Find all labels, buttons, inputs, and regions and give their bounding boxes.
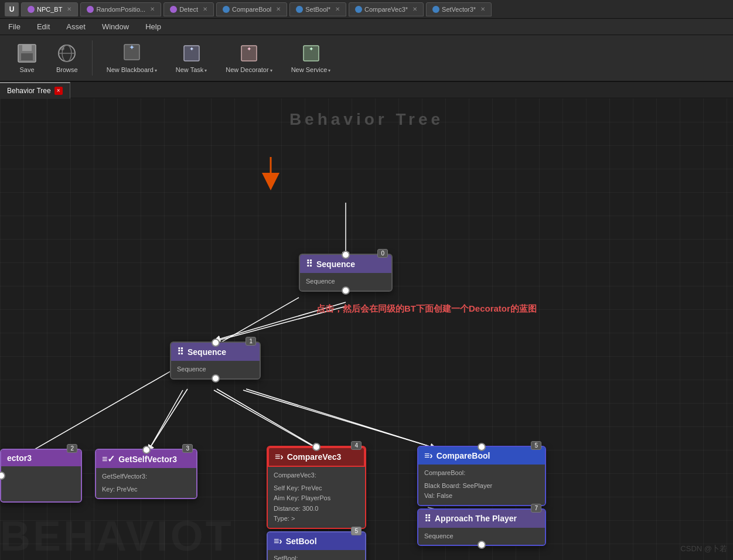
- svg-line-21: [214, 390, 312, 446]
- svg-line-30: [149, 389, 187, 449]
- titlebar-tab-NPC_BT[interactable]: NPC_BT✕: [21, 2, 78, 16]
- dropdown-arrow-icon: ▾: [204, 68, 207, 73]
- save-button-label: Save: [19, 66, 34, 73]
- node-child-sequence[interactable]: 1 ⠿ Sequence Sequence: [170, 342, 261, 380]
- svg-line-20: [149, 390, 183, 449]
- tab-close-icon[interactable]: ✕: [335, 6, 340, 12]
- annotation-text: 点击，然后会在同级的BT下面创建一个Decorator的蓝图: [316, 303, 537, 315]
- task-icon-getselfvec: ≡✓: [102, 453, 115, 465]
- node-approach-port-bottom: [478, 541, 486, 549]
- browse-button[interactable]: Browse: [49, 39, 85, 77]
- save-icon: [16, 43, 37, 64]
- node-approach-title: Approach The Player: [435, 514, 517, 523]
- svg-point-6: [60, 47, 64, 50]
- titlebar-tab-Detect[interactable]: Detect✕: [163, 2, 214, 16]
- node-root-subtitle: Sequence: [306, 278, 335, 285]
- node-root-title: Sequence: [316, 259, 355, 269]
- ue-logo: U: [5, 2, 19, 16]
- node-comparebool-port-top: [478, 443, 486, 451]
- toolbar: SaveBrowse✦New Blackboard▾✦New Task▾✦New…: [0, 35, 733, 82]
- tab-close-icon[interactable]: ✕: [412, 6, 417, 12]
- node-comparebool-group: 5 ≡› CompareBool CompareBool: Black Boar…: [417, 446, 546, 546]
- menu-item-file[interactable]: File: [5, 21, 24, 32]
- node-comparebool-badge: 5: [531, 441, 541, 450]
- panel-tab-close[interactable]: ×: [54, 87, 63, 95]
- panel-tab-behavior-tree[interactable]: Behavior Tree ×: [0, 82, 70, 98]
- node-setbool[interactable]: 5 ≡› SetBool SetBool: Key: SeePlayer Val…: [267, 531, 366, 560]
- bp-icon: [355, 6, 362, 13]
- canvas[interactable]: Behavior Tree 点击，然后会在同级的BT下面创建一个Decorato…: [0, 98, 733, 560]
- titlebar-tab-CompareBool[interactable]: CompareBool✕: [216, 2, 287, 16]
- browse-icon: [56, 43, 77, 64]
- save-button[interactable]: Save: [9, 39, 45, 77]
- svg-line-22: [243, 390, 428, 446]
- titlebar-tab-SetBool_[interactable]: SetBool*✕: [289, 2, 346, 16]
- new-decorator-button[interactable]: ✦New Decorator▾: [219, 39, 279, 77]
- blackboard-icon: ✦: [121, 43, 142, 64]
- node-vector3[interactable]: 2 ector3: [0, 449, 82, 503]
- svg-rect-2: [22, 45, 32, 51]
- svg-text:✦: ✦: [247, 46, 251, 52]
- decorator-icon-comparebool: ≡›: [424, 450, 433, 461]
- new-blackboard-button-label: New Blackboard: [107, 66, 154, 73]
- new-task-button-label: New Task: [176, 66, 203, 73]
- menu-item-edit[interactable]: Edit: [33, 21, 53, 32]
- tab-close-icon[interactable]: ✕: [203, 6, 207, 12]
- node-approach-player[interactable]: 7 ⠿ Approach The Player Sequence: [417, 508, 546, 547]
- new-service-button[interactable]: ✦New Service▾: [284, 39, 338, 77]
- node-child-title: Sequence: [187, 347, 226, 357]
- tab-close-icon[interactable]: ✕: [150, 6, 155, 12]
- bt-icon: [87, 6, 94, 13]
- service-icon-setbool: ≡›: [274, 536, 282, 547]
- dropdown-arrow-icon: ▾: [328, 68, 330, 73]
- node-vector3-title: ector3: [7, 453, 32, 463]
- titlebar-tab-SetVector3_[interactable]: SetVector3*✕: [426, 2, 492, 16]
- node-getselfvec3-title: GetSelfVector3: [118, 455, 177, 464]
- svg-line-18: [214, 306, 346, 342]
- node-approach-badge: 7: [531, 504, 541, 513]
- tab-close-icon[interactable]: ✕: [480, 6, 485, 12]
- service-icon: ✦: [301, 43, 322, 64]
- node-getselfvec3-badge: 3: [182, 444, 193, 453]
- bp-icon: [432, 6, 439, 13]
- titlebar-tab-CompareVec3_[interactable]: CompareVec3*✕: [349, 2, 424, 16]
- new-service-button-label: New Service: [291, 66, 328, 73]
- watermark-csdn: CSDN @卜若: [680, 544, 727, 554]
- menu-item-window[interactable]: Window: [98, 21, 132, 32]
- title-bar: U NPC_BT✕RandomPositio...✕Detect✕Compare…: [0, 0, 733, 19]
- node-setbool-title: SetBool: [286, 537, 317, 546]
- node-getselfvec3-subtitle: GetSelfVector3:: [102, 472, 190, 482]
- node-setbool-body: SetBool: Key: SeePlayer Val: False: [268, 550, 365, 560]
- node-comparebool-body: CompareBool: Black Board: SeePlayer Val:…: [418, 465, 545, 505]
- node-comparevec3-port-top: [312, 443, 321, 451]
- node-comparevec3-details: Self Key: PreVec Aim Key: PlayerPos Dist…: [274, 483, 359, 524]
- tab-close-icon[interactable]: ✕: [67, 6, 71, 12]
- menu-item-asset[interactable]: Asset: [63, 21, 89, 32]
- tab-label: NPC_BT: [37, 6, 62, 13]
- node-vector3-badge: 2: [67, 444, 77, 453]
- node-comparebool-subtitle: CompareBool:: [424, 468, 539, 479]
- node-root-sequence[interactable]: 0 ⠿ Sequence Sequence: [299, 254, 393, 292]
- new-blackboard-button[interactable]: ✦New Blackboard▾: [100, 39, 164, 77]
- bt-icon: [170, 6, 177, 13]
- node-comparebool-details: Black Board: SeePlayer Val: False: [424, 481, 539, 501]
- new-task-button[interactable]: ✦New Task▾: [169, 39, 214, 77]
- titlebar-tab-RandomPositio_[interactable]: RandomPositio...✕: [80, 2, 161, 16]
- menu-item-help[interactable]: Help: [142, 21, 165, 32]
- node-comparevec3[interactable]: 4 ≡› CompareVec3 CompareVec3: Self Key: …: [267, 446, 366, 529]
- node-getselfvec3-port-top: [142, 446, 151, 454]
- node-comparevec3-group: 4 ≡› CompareVec3 CompareVec3: Self Key: …: [267, 446, 366, 560]
- bp-icon: [296, 6, 303, 13]
- node-comparebool[interactable]: 5 ≡› CompareBool CompareBool: Black Boar…: [417, 446, 546, 506]
- dropdown-arrow-icon: ▾: [270, 68, 272, 73]
- node-comparebool-title: CompareBool: [437, 451, 490, 460]
- panel-tabs: Behavior Tree ×: [0, 82, 733, 98]
- tab-close-icon[interactable]: ✕: [276, 6, 281, 12]
- node-getselfvec3[interactable]: 3 ≡✓ GetSelfVector3 GetSelfVector3: Key:…: [95, 449, 197, 499]
- watermark-large: BEHAVIOT: [0, 512, 234, 560]
- svg-line-31: [217, 389, 316, 448]
- task-icon: ✦: [181, 43, 202, 64]
- bp-icon: [223, 6, 230, 13]
- sequence-icon-approach: ⠿: [424, 513, 431, 524]
- svg-text:✦: ✦: [309, 46, 313, 52]
